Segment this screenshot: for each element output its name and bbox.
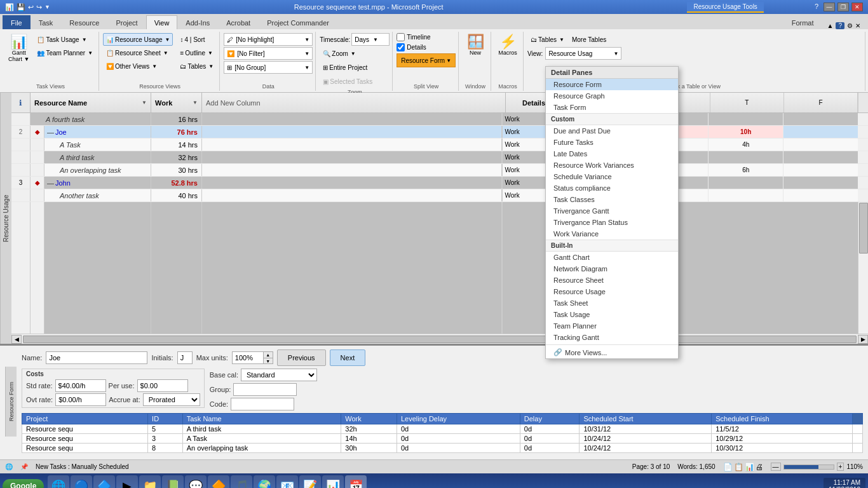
- dropdown-item-late-dates[interactable]: Late Dates: [546, 148, 678, 159]
- h-scrollbar-thumb[interactable]: [23, 336, 857, 343]
- taskbar-item-11[interactable]: 📧: [276, 475, 298, 488]
- tab-view[interactable]: View: [146, 15, 178, 29]
- dropdown-item-triv-gantt[interactable]: Trivergance Gantt: [546, 205, 678, 217]
- zoom-minus-btn[interactable]: —: [771, 463, 781, 471]
- other-views-btn[interactable]: 🔽 Other Views ▼: [103, 60, 173, 72]
- dropdown-item-task-classes[interactable]: Task Classes: [546, 194, 678, 205]
- taskbar-ms-project[interactable]: 📅: [345, 475, 367, 488]
- row-name-cell[interactable]: A fourth task: [31, 113, 151, 125]
- filter-dropdown[interactable]: 🔽 [No Filter] ▼: [224, 47, 313, 60]
- macros-btn[interactable]: ⚡ Macros: [495, 33, 520, 58]
- tab-resource[interactable]: Resource: [61, 15, 107, 29]
- ribbon-minimize-btn[interactable]: ▲: [827, 22, 834, 29]
- dropdown-item-resource-form[interactable]: Resource Form: [546, 79, 678, 90]
- scroll-left-btn[interactable]: ◀: [11, 335, 22, 344]
- taskbar-item-3[interactable]: 🔷: [93, 475, 115, 488]
- new-window-btn[interactable]: 🪟 New: [463, 33, 488, 58]
- taskbar-item-1[interactable]: 🌐: [48, 475, 69, 488]
- zoom-btn[interactable]: 🔍 Zoom ▼: [320, 47, 390, 60]
- code-input[interactable]: [231, 398, 294, 410]
- name-input[interactable]: [46, 351, 147, 364]
- outline-view-btn[interactable]: 📋: [734, 463, 743, 471]
- row-name-subrow[interactable]: An overlapping task: [44, 164, 151, 176]
- resource-sheet-btn[interactable]: 📋 Resource Sheet ▼: [103, 46, 173, 59]
- tables-group-btn[interactable]: 🗂 Tables ▼: [177, 60, 217, 72]
- dropdown-item-team-planner[interactable]: Team Planner: [546, 320, 678, 332]
- table-row[interactable]: Resource sequ 3 A Task 14h 0d 0d 10/24/1…: [22, 434, 863, 444]
- zoom-plus-btn[interactable]: +: [837, 463, 844, 471]
- resource-name-header[interactable]: Resource Name ▼: [31, 93, 151, 112]
- minimize-btn[interactable]: —: [824, 3, 835, 11]
- dropdown-item-resource-sheet[interactable]: Resource Sheet: [546, 274, 678, 286]
- dropdown-item-work-variance[interactable]: Work Variance: [546, 228, 678, 240]
- taskbar-item-7[interactable]: 💬: [185, 475, 207, 488]
- print-view-btn[interactable]: 🖨: [756, 463, 763, 471]
- close-btn[interactable]: ✕: [851, 3, 863, 11]
- row-name-subrow[interactable]: Another task: [44, 189, 151, 201]
- gantt-chart-btn[interactable]: 📊 GanttChart ▼: [5, 33, 32, 64]
- entire-project-btn[interactable]: ⊞ Entire Project: [320, 61, 390, 74]
- work-header[interactable]: Work ▼: [151, 93, 202, 112]
- tab-project[interactable]: Project: [107, 15, 146, 29]
- dropdown-item-more-views[interactable]: 🔗 More Views...: [546, 346, 678, 358]
- ribbon-options-btn[interactable]: ⚙: [847, 22, 853, 29]
- outline-btn[interactable]: ≡ Outline ▼: [177, 46, 217, 59]
- tab-addins[interactable]: Add-Ins: [177, 15, 218, 29]
- accrue-select[interactable]: Prorated Start End: [143, 393, 200, 406]
- dropdown-item-network-diagram[interactable]: Network Diagram: [546, 263, 678, 274]
- quick-access-undo[interactable]: ↩: [28, 3, 34, 11]
- details-checkbox[interactable]: [397, 43, 405, 51]
- resource-form-dropdown-btn[interactable]: Resource Form ▼: [397, 53, 456, 67]
- sort-btn[interactable]: ↕ 4 | Sort: [177, 33, 217, 46]
- dropdown-item-future-tasks[interactable]: Future Tasks: [546, 137, 678, 148]
- timeline-checkbox-row[interactable]: Timeline: [397, 33, 456, 41]
- details-checkbox-row[interactable]: Details: [397, 43, 456, 51]
- resource-usage-btn[interactable]: 📊 Resource Usage ▼: [103, 33, 173, 46]
- taskbar-item-13[interactable]: 📊: [322, 475, 344, 488]
- normal-view-btn[interactable]: 📄: [723, 463, 733, 471]
- view-select-dropdown[interactable]: Resource Usag ▼: [545, 47, 621, 60]
- ribbon-help-btn[interactable]: ?: [836, 22, 844, 29]
- next-btn[interactable]: Next: [330, 349, 366, 366]
- scrollbar-v-thumb[interactable]: [859, 203, 868, 254]
- scrollbar-v[interactable]: [858, 202, 868, 334]
- timeline-checkbox[interactable]: [397, 33, 405, 41]
- row-name-resource[interactable]: — Joe: [44, 126, 151, 138]
- taskbar-item-2[interactable]: 🔵: [71, 475, 92, 488]
- group-input[interactable]: [233, 383, 297, 396]
- taskbar-item-10[interactable]: 🌍: [254, 475, 275, 488]
- taskbar-item-4[interactable]: ▶: [116, 475, 138, 488]
- dropdown-item-sched-variance[interactable]: Schedule Variance: [546, 171, 678, 182]
- restore-btn[interactable]: ❐: [837, 3, 849, 11]
- scroll-right-btn[interactable]: ▶: [858, 335, 868, 344]
- dropdown-item-res-work-var[interactable]: Resource Work Variances: [546, 159, 678, 171]
- maxunits-input[interactable]: [232, 351, 264, 364]
- more-tables-btn[interactable]: More Tables: [569, 33, 609, 46]
- per-use-input[interactable]: [137, 379, 188, 392]
- previous-btn[interactable]: Previous: [277, 349, 326, 366]
- ovt-rate-input[interactable]: [55, 393, 106, 406]
- table-row[interactable]: Resource sequ 8 An overlapping task 30h …: [22, 444, 863, 453]
- dropdown-item-due-past-due[interactable]: Due and Past Due: [546, 125, 678, 137]
- spin-down-btn[interactable]: ▼: [264, 358, 273, 363]
- taskbar-item-9[interactable]: 🎵: [231, 475, 252, 488]
- zoom-slider[interactable]: [783, 464, 834, 470]
- row-name-resource-john[interactable]: — John: [44, 177, 151, 189]
- ribbon-close-ribbon-btn[interactable]: ✕: [855, 22, 860, 29]
- dropdown-item-task-form[interactable]: Task Form: [546, 102, 678, 113]
- dropdown-item-task-sheet[interactable]: Task Sheet: [546, 297, 678, 309]
- dropdown-item-triv-plan[interactable]: Trivergance Plan Status: [546, 217, 678, 228]
- add-col-header[interactable]: Add New Column: [202, 93, 505, 112]
- dropdown-item-status-compliance[interactable]: Status compliance: [546, 182, 678, 194]
- dropdown-item-tracking-gantt[interactable]: Tracking Gantt: [546, 332, 678, 343]
- tab-task[interactable]: Task: [31, 15, 62, 29]
- team-planner-btn[interactable]: 👥 Team Planner ▼: [34, 46, 96, 59]
- dropdown-item-resource-usage[interactable]: Resource Usage: [546, 286, 678, 297]
- tab-format[interactable]: Format: [783, 15, 822, 29]
- help-btn[interactable]: ?: [815, 3, 818, 11]
- dropdown-item-resource-graph[interactable]: Resource Graph: [546, 90, 678, 102]
- taskbar-item-12[interactable]: 📝: [299, 475, 321, 488]
- std-rate-input[interactable]: [55, 379, 106, 392]
- task-usage-btn[interactable]: 📋 Task Usage ▼: [34, 33, 96, 46]
- row-name-subrow[interactable]: A Task: [44, 139, 151, 151]
